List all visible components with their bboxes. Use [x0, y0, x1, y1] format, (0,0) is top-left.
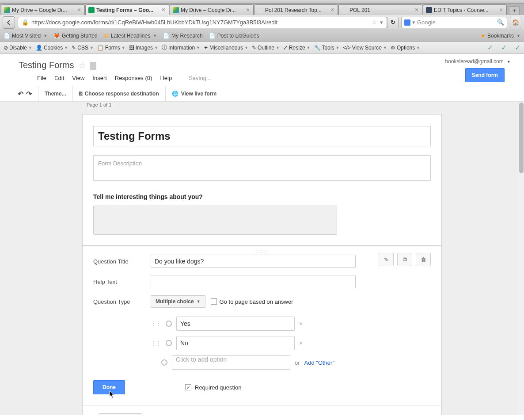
close-icon[interactable]: ×: [330, 8, 335, 13]
goto-page-checkbox[interactable]: Go to page based on answer: [211, 298, 293, 305]
drag-handle-icon[interactable]: ::::::: [256, 248, 269, 253]
close-icon[interactable]: ×: [414, 8, 419, 13]
form-title-input[interactable]: Testing Forms: [93, 126, 431, 146]
send-form-button[interactable]: Send form: [465, 68, 505, 82]
lock-icon: 🔒: [22, 19, 29, 26]
dropdown-icon[interactable]: ▾: [380, 19, 383, 26]
dev-images[interactable]: 🖼Images▼: [129, 45, 158, 51]
dev-disable[interactable]: ⊘Disable▼: [4, 45, 32, 51]
choose-destination-button[interactable]: ⎘ Choose response destination: [73, 86, 166, 101]
bookmark-getting-started[interactable]: 🦊 Getting Started: [53, 33, 98, 39]
check-icon[interactable]: ✓: [501, 43, 507, 52]
menu-view[interactable]: View: [72, 75, 84, 81]
nav-back-button[interactable]: [3, 16, 15, 29]
chevron-down-icon: ▼: [28, 46, 32, 50]
question-1-label[interactable]: Tell me interesting things about you?: [93, 193, 431, 200]
question-1-textarea[interactable]: [93, 206, 337, 235]
images-icon: 🖼: [129, 45, 134, 51]
browser-tab[interactable]: EDIT Topics - Course... ×: [423, 4, 507, 15]
cursor-icon: [109, 390, 115, 398]
dev-outline[interactable]: ✎Outline▼: [252, 45, 280, 51]
chevron-down-icon: ▼: [153, 34, 157, 38]
theme-button[interactable]: Theme...: [38, 86, 73, 101]
menu-help[interactable]: Help: [160, 75, 172, 81]
dev-forms[interactable]: 📋Forms▼: [97, 45, 125, 51]
folder-icon[interactable]: ▇: [90, 61, 96, 70]
new-tab-button[interactable]: ＋: [509, 6, 520, 15]
dev-cookies[interactable]: 👤Cookies▼: [36, 45, 68, 51]
bookmark-star-icon[interactable]: ☆: [372, 19, 377, 26]
resize-icon: ⤢: [283, 45, 288, 51]
help-text-input[interactable]: [151, 275, 356, 288]
dev-misc[interactable]: ✦Miscellaneous▼: [204, 45, 248, 51]
dev-tools[interactable]: 🔧Tools▼: [314, 45, 340, 51]
duplicate-button[interactable]: ⧉: [397, 253, 412, 266]
close-icon[interactable]: ×: [245, 8, 251, 13]
home-button[interactable]: 🏠: [510, 17, 521, 28]
question-type-value: Multiple choice: [156, 298, 194, 305]
add-item-button[interactable]: Add item ▼: [99, 413, 142, 415]
dev-view-source[interactable]: </>View Source▼: [343, 45, 387, 51]
add-other-link[interactable]: Add "Other": [304, 359, 335, 366]
chevron-down-icon: ▼: [122, 46, 125, 50]
search-icon[interactable]: 🔍: [497, 19, 504, 26]
dev-information[interactable]: ⓘInformation▼: [162, 44, 200, 51]
chevron-down-icon: ▼: [507, 60, 511, 64]
menu-insert[interactable]: Insert: [92, 75, 107, 81]
address-bar[interactable]: 🔒 https://docs.google.com/forms/d/1CqReB…: [18, 17, 387, 28]
remove-option-button[interactable]: ×: [299, 320, 303, 327]
check-icon[interactable]: ✓: [487, 43, 493, 52]
folder-icon: 📄: [4, 33, 10, 39]
browser-tab[interactable]: Testing Forms – Goo... ×: [85, 4, 169, 15]
option-input[interactable]: [176, 317, 295, 331]
menu-responses[interactable]: Responses (0): [115, 75, 152, 81]
option-input[interactable]: [176, 336, 295, 350]
browser-tab[interactable]: My Drive – Google Dr... ×: [1, 4, 85, 15]
delete-button[interactable]: 🗑: [416, 253, 431, 266]
scrollbar-thumb[interactable]: [519, 103, 524, 173]
edit-button[interactable]: ✎: [379, 253, 394, 266]
search-box[interactable]: ▾ Google 🔍: [401, 17, 507, 28]
trash-icon: 🗑: [421, 256, 426, 263]
reload-button[interactable]: ↻: [387, 17, 399, 28]
browser-tab[interactable]: My Drive – Google Dr... ×: [170, 4, 254, 15]
browser-tab[interactable]: POL 201 ×: [338, 4, 422, 15]
menu-file[interactable]: File: [37, 75, 46, 81]
dropdown-icon[interactable]: ▾: [412, 19, 415, 26]
redo-button[interactable]: ↷: [26, 90, 32, 98]
form-description-input[interactable]: Form Description: [93, 155, 431, 181]
required-label: Required question: [195, 384, 242, 391]
undo-button[interactable]: ↶: [18, 90, 23, 98]
star-icon[interactable]: ☆: [79, 61, 86, 70]
bookmark-most-visited[interactable]: 📄 Most Visited ▼: [4, 33, 47, 39]
bookmarks-menu[interactable]: ★ Bookmarks ▼: [481, 33, 520, 39]
chevron-down-icon: ▼: [416, 46, 420, 50]
question-title-input[interactable]: [151, 255, 356, 268]
chevron-down-icon: ▼: [154, 46, 158, 50]
close-icon[interactable]: ×: [498, 8, 504, 13]
document-title[interactable]: Testing Forms: [19, 60, 74, 70]
bookmark-post-libguides[interactable]: 📄 Post to LibGuides: [209, 33, 259, 39]
bookmark-latest-headlines[interactable]: ⌘ Latest Headlines ▼: [104, 33, 157, 39]
check-icon[interactable]: ✓: [515, 43, 520, 52]
drag-handle-icon[interactable]: ⋮⋮: [151, 340, 161, 346]
dev-resize[interactable]: ⤢Resize▼: [283, 45, 311, 51]
browser-tab[interactable]: Pol 201 Research Top... ×: [254, 4, 338, 15]
user-menu[interactable]: booksieread@gmail.com ▼: [445, 58, 511, 65]
add-option-input[interactable]: Click to add option: [172, 355, 290, 370]
disable-icon: ⊘: [4, 45, 8, 51]
view-live-form-button[interactable]: 🌐 View live form: [166, 86, 223, 101]
menu-edit[interactable]: Edit: [54, 75, 64, 81]
drag-handle-icon[interactable]: ⋮⋮: [151, 321, 161, 327]
close-icon[interactable]: ×: [161, 8, 166, 13]
remove-option-button[interactable]: ×: [299, 340, 303, 347]
scrollbar[interactable]: [518, 102, 524, 415]
dev-css[interactable]: ✎CSS▼: [72, 45, 94, 51]
question-type-dropdown[interactable]: Multiple choice ▼: [151, 295, 205, 308]
close-icon[interactable]: ×: [76, 8, 82, 13]
bookmark-my-research[interactable]: 📄 My Research: [163, 33, 203, 39]
dev-options[interactable]: ⚙Options▼: [391, 45, 420, 51]
done-button[interactable]: Done: [93, 380, 125, 394]
required-checkbox[interactable]: ✓ Required question: [185, 384, 242, 391]
page-icon: 📄: [163, 33, 170, 39]
